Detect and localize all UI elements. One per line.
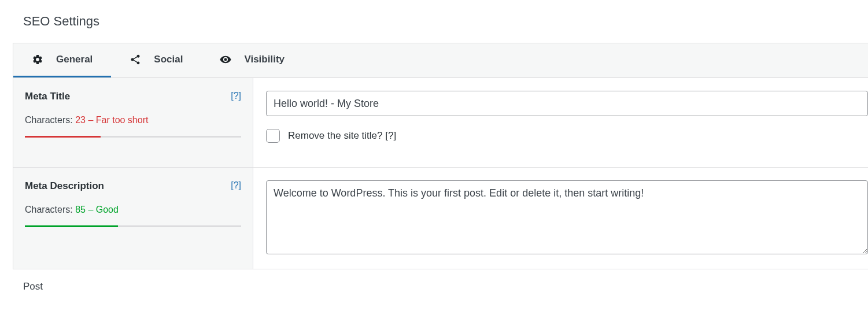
remove-site-title-row: Remove the site title? [?] xyxy=(266,129,868,143)
char-count: 23 xyxy=(75,115,86,125)
meta-description-row: Meta Description [?] Characters: 85 – Go… xyxy=(13,168,868,269)
char-prefix: Characters: xyxy=(25,205,75,214)
remove-site-title-help[interactable]: [?] xyxy=(385,130,396,141)
char-count: 85 xyxy=(75,205,86,214)
tab-label: General xyxy=(56,54,93,65)
tab-general[interactable]: General xyxy=(13,43,111,77)
meta-description-label: Meta Description xyxy=(25,180,104,192)
tabs: General Social Visibility xyxy=(13,43,868,78)
remove-site-title-checkbox[interactable] xyxy=(266,129,280,143)
meta-title-progress-fill xyxy=(25,136,101,138)
char-status: Far too short xyxy=(96,115,149,125)
post-label: Post xyxy=(0,269,868,292)
meta-title-help[interactable]: [?] xyxy=(231,91,241,101)
meta-title-progress xyxy=(25,136,241,138)
gear-icon xyxy=(32,54,43,65)
char-status: Good xyxy=(96,205,119,214)
meta-description-input-col xyxy=(253,168,868,269)
meta-description-progress-fill xyxy=(25,225,118,227)
char-sep: – xyxy=(86,115,96,125)
meta-description-progress xyxy=(25,225,241,227)
meta-title-row: Meta Title [?] Characters: 23 – Far too … xyxy=(13,78,868,168)
tab-visibility[interactable]: Visibility xyxy=(201,43,303,77)
char-sep: – xyxy=(86,205,96,214)
eye-icon xyxy=(220,54,231,65)
tab-social[interactable]: Social xyxy=(111,43,201,77)
meta-title-label-col: Meta Title [?] Characters: 23 – Far too … xyxy=(13,78,253,167)
page-title: SEO Settings xyxy=(0,0,868,43)
meta-title-input-col: Remove the site title? [?] xyxy=(253,78,868,167)
meta-description-char-info: Characters: 85 – Good xyxy=(25,205,241,215)
meta-title-char-info: Characters: 23 – Far too short xyxy=(25,115,241,125)
tab-label: Visibility xyxy=(244,54,285,65)
tab-label: Social xyxy=(154,54,183,65)
meta-title-input[interactable] xyxy=(266,91,868,116)
meta-description-label-col: Meta Description [?] Characters: 85 – Go… xyxy=(13,168,253,269)
remove-site-title-label: Remove the site title? [?] xyxy=(288,130,396,142)
meta-title-label: Meta Title xyxy=(25,91,70,102)
meta-description-input[interactable] xyxy=(266,180,868,254)
share-icon xyxy=(130,54,141,65)
settings-panel: General Social Visibility Meta Title [?]… xyxy=(13,43,868,269)
char-prefix: Characters: xyxy=(25,115,75,125)
meta-description-help[interactable]: [?] xyxy=(231,180,241,191)
